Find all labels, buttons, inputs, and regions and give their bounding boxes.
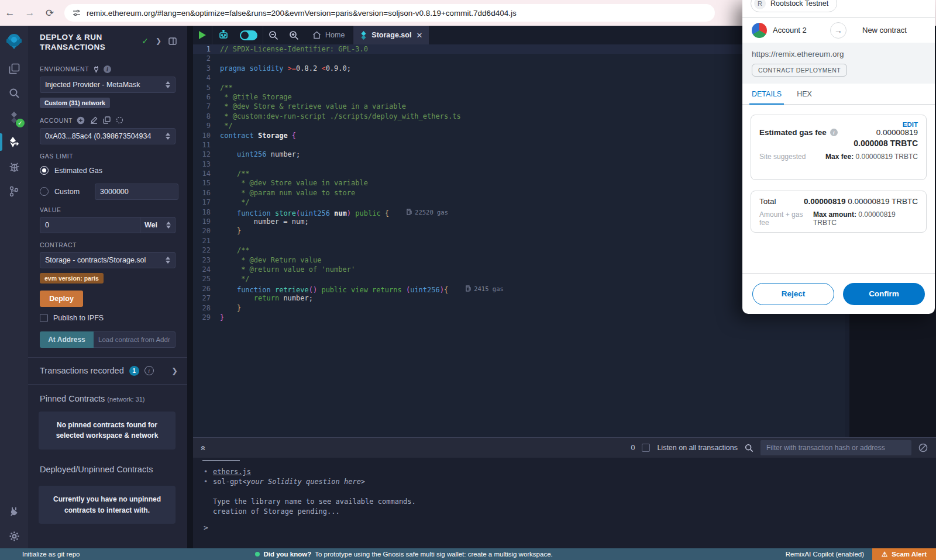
terminal-prompt[interactable]: > bbox=[204, 523, 208, 532]
site-settings-icon[interactable] bbox=[73, 9, 81, 17]
copy-account-icon[interactable] bbox=[103, 116, 111, 124]
value-unit-select[interactable]: Wei bbox=[140, 217, 176, 233]
close-tab-icon[interactable]: ✕ bbox=[416, 31, 422, 40]
debugger-icon[interactable] bbox=[0, 154, 28, 179]
panel-chevron-icon[interactable]: ❯ bbox=[156, 37, 161, 45]
address-bar[interactable]: remix.ethereum.org/#lang=en&optimize=fal… bbox=[64, 4, 715, 22]
terminal-search-icon[interactable] bbox=[745, 444, 753, 452]
line-number: 22 bbox=[193, 246, 220, 255]
line-number: 17 bbox=[193, 198, 220, 207]
at-address-button[interactable]: At Address bbox=[40, 331, 94, 348]
custom-gas-option[interactable]: Custom 3000000 bbox=[40, 185, 187, 198]
gas-fee-currency: 0.000008 TRBTC bbox=[759, 139, 918, 148]
at-address-input[interactable] bbox=[94, 331, 176, 348]
pinned-empty-message: No pinned contracts found for selected w… bbox=[39, 412, 176, 450]
line-number: 6 bbox=[193, 92, 220, 102]
terminal-output[interactable]: •ethers.js•sol-gpt <your Solidity questi… bbox=[193, 462, 936, 517]
metamask-popup: R Rootstock Testnet Account 2 → New cont… bbox=[742, 0, 935, 314]
environment-select[interactable]: Injected Provider - MetaMask bbox=[40, 77, 176, 93]
did-you-know-tip: Did you know? To prototype using the Gno… bbox=[255, 551, 552, 558]
deploy-run-icon[interactable] bbox=[0, 130, 28, 154]
terminal-line: creation of Storage pending... bbox=[204, 507, 936, 517]
environment-info-icon[interactable]: i bbox=[104, 65, 111, 73]
search-icon[interactable] bbox=[0, 81, 28, 105]
ai-copilot-icon[interactable] bbox=[212, 30, 235, 40]
refresh-icon[interactable]: ⟳ bbox=[40, 7, 60, 19]
settings-gear-icon[interactable] bbox=[0, 524, 28, 548]
value-input[interactable]: 0 bbox=[40, 217, 140, 233]
radio-selected-icon[interactable] bbox=[40, 166, 49, 175]
account-label: ACCOUNT bbox=[40, 116, 187, 125]
terminal-header: « 0 Listen on all transactions bbox=[193, 438, 936, 458]
terminal-line bbox=[204, 487, 936, 497]
tab-storage-sol[interactable]: Storage.sol ✕ bbox=[353, 26, 430, 44]
line-number: 13 bbox=[193, 160, 220, 169]
plugin-manager-icon[interactable] bbox=[0, 499, 28, 524]
listen-checkbox-icon[interactable] bbox=[642, 444, 650, 452]
refresh-accounts-icon[interactable] bbox=[116, 116, 123, 124]
terminal-line: •ethers.js bbox=[204, 467, 936, 477]
transactions-recorded-row[interactable]: Transactions recorded 1 i ❯ bbox=[28, 358, 187, 384]
gas-fee-card: EDIT Estimated gas fee i 0.00000819 0.00… bbox=[751, 115, 927, 180]
line-number: 2 bbox=[193, 54, 220, 63]
tab-hex[interactable]: HEX bbox=[797, 90, 812, 98]
site-suggested-label: Site suggested bbox=[759, 153, 806, 161]
status-bar: Initialize as git repo Did you know? To … bbox=[0, 548, 936, 560]
arrow-right-icon: → bbox=[830, 22, 846, 39]
add-account-icon[interactable] bbox=[77, 116, 85, 125]
transaction-filter-input[interactable] bbox=[760, 440, 911, 455]
deploy-button[interactable]: Deploy bbox=[40, 291, 83, 307]
unpinned-contracts-title: Deployed/Unpinned Contracts bbox=[28, 450, 187, 474]
remix-ide-screen: ← → ⟳ remix.ethereum.org/#lang=en&optimi… bbox=[0, 0, 936, 560]
total-label: Total bbox=[759, 197, 776, 206]
back-icon[interactable]: ← bbox=[0, 7, 20, 19]
publish-ipfs-option[interactable]: Publish to IPFS bbox=[40, 314, 187, 322]
gas-fee-value: 0.00000819 bbox=[876, 128, 918, 137]
reject-button[interactable]: Reject bbox=[752, 283, 834, 305]
account-row: Account 2 → New contract bbox=[742, 17, 935, 43]
custom-gas-input[interactable]: 3000000 bbox=[95, 184, 178, 200]
transactions-info-icon[interactable]: i bbox=[144, 366, 154, 375]
warning-icon: ⚠ bbox=[882, 550, 887, 558]
edit-account-icon[interactable] bbox=[90, 116, 98, 124]
scam-alert-button[interactable]: ⚠ Scam Alert bbox=[872, 548, 936, 560]
copilot-toggle[interactable] bbox=[235, 30, 263, 40]
line-number: 1 bbox=[193, 44, 220, 54]
remix-logo-icon[interactable] bbox=[0, 26, 28, 56]
compile-success-badge: ✓ bbox=[16, 119, 25, 127]
network-pill[interactable]: R Rootstock Testnet bbox=[751, 0, 837, 12]
gas-info-icon[interactable]: i bbox=[830, 129, 838, 136]
collapse-terminal-icon[interactable]: « bbox=[199, 445, 209, 450]
terminal-panel: « 0 Listen on all transactions •ethers.j… bbox=[193, 437, 936, 548]
estimated-gas-option[interactable]: Estimated Gas bbox=[40, 164, 187, 177]
git-init-status[interactable]: Initialize as git repo bbox=[22, 551, 80, 558]
zoom-out-icon[interactable] bbox=[263, 30, 284, 40]
checkbox-icon[interactable] bbox=[40, 314, 48, 322]
solidity-compiler-icon[interactable]: ✓ bbox=[0, 105, 28, 130]
tab-home[interactable]: Home bbox=[304, 31, 353, 39]
file-explorer-icon[interactable] bbox=[0, 56, 28, 81]
clear-console-icon[interactable] bbox=[918, 443, 928, 452]
contract-select[interactable]: Storage - contracts/Storage.sol bbox=[40, 252, 176, 268]
solidity-file-icon bbox=[360, 31, 367, 40]
edit-gas-link[interactable]: EDIT bbox=[759, 121, 918, 128]
url-text: remix.ethereum.org/#lang=en&optimize=fal… bbox=[87, 9, 517, 18]
library-link[interactable]: ethers.js bbox=[213, 467, 251, 477]
line-number: 11 bbox=[193, 140, 220, 150]
account-select[interactable]: 0xA03...85ac4 (0.398673504934 bbox=[40, 128, 176, 144]
confirm-button[interactable]: Confirm bbox=[843, 283, 925, 305]
expand-chevron-icon[interactable]: ❯ bbox=[171, 367, 178, 375]
git-icon[interactable] bbox=[0, 179, 28, 203]
radio-unselected-icon[interactable] bbox=[40, 187, 49, 196]
line-number: 4 bbox=[193, 73, 220, 82]
activity-bar: ✓ bbox=[0, 26, 28, 548]
line-number: 24 bbox=[193, 265, 220, 274]
pin-panel-icon[interactable] bbox=[168, 37, 177, 45]
zoom-in-icon[interactable] bbox=[284, 30, 304, 40]
recipient-name: New contract bbox=[862, 26, 907, 34]
run-script-icon[interactable] bbox=[199, 31, 206, 39]
tab-details[interactable]: DETAILS bbox=[752, 84, 782, 105]
plug-icon[interactable] bbox=[93, 65, 99, 72]
forward-icon[interactable]: → bbox=[20, 7, 40, 19]
line-number: 3 bbox=[193, 64, 220, 73]
